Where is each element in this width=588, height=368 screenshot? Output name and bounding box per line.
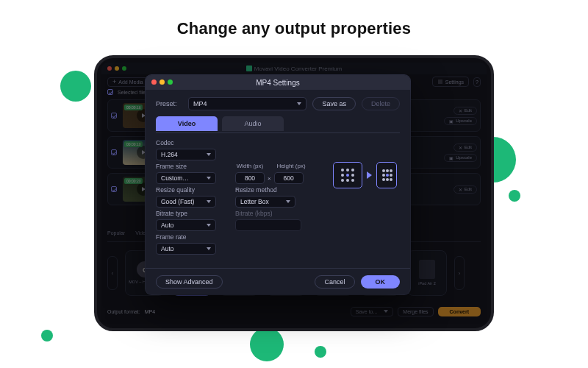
frame-size-label: Frame size xyxy=(156,163,222,170)
add-media-label: Add Media xyxy=(118,79,143,85)
help-button[interactable]: ? xyxy=(473,77,481,87)
ipad-icon xyxy=(419,260,435,279)
chevron-down-icon xyxy=(297,102,301,105)
edit-button[interactable]: ✕ Edit xyxy=(453,144,477,152)
tab-popular[interactable]: Popular xyxy=(107,230,125,241)
duration-badge: 00:00:16 xyxy=(124,105,143,110)
scroll-right-button[interactable]: › xyxy=(454,256,465,290)
resize-quality-label: Resize quality xyxy=(156,186,222,194)
merge-files-toggle[interactable]: Merge files xyxy=(398,307,433,316)
tab-audio[interactable]: Audio xyxy=(222,116,284,131)
output-format-label: Output format: xyxy=(107,309,140,314)
save-as-button[interactable]: Save as xyxy=(312,97,356,110)
window-title: Movavi Video Converter Premium xyxy=(254,66,342,72)
resize-method-select[interactable]: Letter Box xyxy=(235,196,295,208)
row-checkbox[interactable] xyxy=(111,186,117,192)
decoration-dot xyxy=(60,71,91,102)
multiply-icon: × xyxy=(268,175,271,182)
modal-titlebar: MP4 Settings xyxy=(146,75,410,90)
cancel-button[interactable]: Cancel xyxy=(315,275,354,289)
delete-button[interactable]: Delete xyxy=(362,97,400,110)
height-label: Height (px) xyxy=(276,163,306,170)
arrow-right-icon xyxy=(367,171,372,179)
preset-select[interactable]: MP4 xyxy=(188,97,306,110)
scroll-left-button[interactable]: ‹ xyxy=(107,256,118,290)
frame-rate-select[interactable]: Auto xyxy=(156,243,216,255)
height-input[interactable]: 600 xyxy=(274,172,304,184)
modal-traffic-lights[interactable] xyxy=(151,79,173,85)
footer-bar: Output format: MP4 Save to... Merge file… xyxy=(107,303,481,319)
decoration-dot xyxy=(250,328,284,361)
duration-badge: 00:00:20 xyxy=(124,178,143,184)
ok-button[interactable]: OK xyxy=(361,275,401,289)
chevron-down-icon xyxy=(207,177,211,180)
preset-label: Preset: xyxy=(156,100,182,107)
window-titlebar: Movavi Video Converter Premium xyxy=(101,63,487,74)
window-traffic-lights[interactable] xyxy=(107,66,126,71)
upscale-button[interactable]: ▣ Upscale xyxy=(444,117,477,125)
show-advanced-button[interactable]: Show Advanced xyxy=(156,275,223,289)
tab-video[interactable]: Video xyxy=(156,116,218,131)
select-all-checkbox[interactable] xyxy=(107,89,113,95)
chevron-down-icon xyxy=(286,200,290,203)
format-card-ipad[interactable]: iPad Air 2 xyxy=(407,250,447,296)
chevron-down-icon xyxy=(207,153,211,156)
add-media-button[interactable]: + Add Media xyxy=(107,77,148,87)
convert-button[interactable]: Convert xyxy=(438,307,481,316)
bitrate-input xyxy=(235,219,301,231)
page-title: Change any output properties xyxy=(0,0,588,38)
bitrate-type-label: Bitrate type xyxy=(156,210,222,217)
modal-title: MP4 Settings xyxy=(256,79,299,87)
chevron-down-icon xyxy=(207,200,211,203)
resize-preview xyxy=(333,162,397,188)
bitrate-label: Bitrate (kbps) xyxy=(235,210,400,217)
width-label: Width (px) xyxy=(235,163,265,170)
decoration-dot xyxy=(41,330,53,342)
frame-rate-label: Frame rate xyxy=(156,233,222,241)
edit-button[interactable]: ✕ Edit xyxy=(453,185,477,194)
chevron-down-icon xyxy=(207,224,211,227)
preview-source-icon xyxy=(333,162,362,188)
codec-select[interactable]: H.264 xyxy=(156,149,216,160)
save-to-button[interactable]: Save to... xyxy=(351,307,394,316)
edit-button[interactable]: ✕ Edit xyxy=(453,107,477,115)
row-checkbox[interactable] xyxy=(111,149,117,155)
decoration-dot xyxy=(315,346,326,358)
settings-button[interactable]: Settings xyxy=(432,77,469,87)
duration-badge: 00:00:10 xyxy=(124,141,143,147)
settings-label: Settings xyxy=(445,79,464,85)
row-checkbox[interactable] xyxy=(111,113,117,118)
preview-target-icon xyxy=(376,162,397,188)
upscale-button[interactable]: ▣ Upscale xyxy=(444,154,477,162)
bars-icon xyxy=(437,79,443,85)
decoration-dot xyxy=(509,190,520,202)
width-input[interactable]: 800 xyxy=(235,172,265,184)
frame-size-select[interactable]: Custom… xyxy=(156,172,216,184)
app-logo-icon xyxy=(246,66,252,71)
bitrate-type-select[interactable]: Auto xyxy=(156,219,216,231)
output-format-value: MP4 xyxy=(145,309,155,314)
codec-label: Codec xyxy=(156,139,222,146)
resize-quality-select[interactable]: Good (Fast) xyxy=(156,196,216,208)
settings-modal: MP4 Settings Preset: MP4 Save as Delete … xyxy=(146,75,410,294)
chevron-down-icon xyxy=(207,247,211,250)
preset-value: MP4 xyxy=(193,100,207,107)
